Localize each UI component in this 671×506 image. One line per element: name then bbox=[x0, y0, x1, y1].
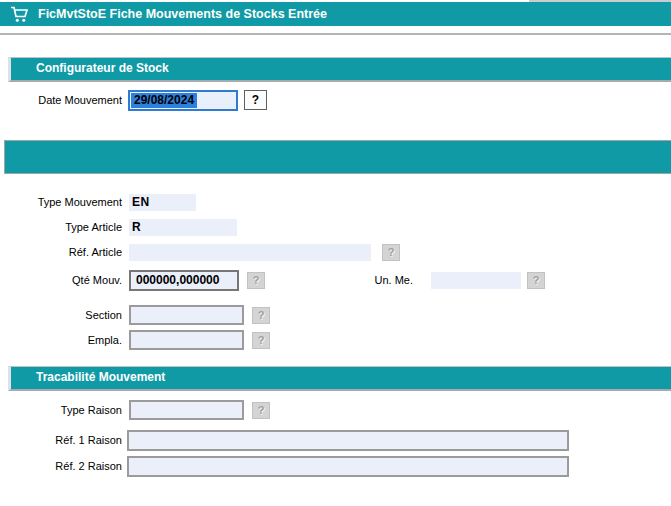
type-mouvement-label: Type Mouvement bbox=[0, 194, 122, 211]
qte-mouv-label: Qté Mouv. bbox=[0, 270, 122, 291]
date-mouvement-help-button[interactable]: ? bbox=[244, 90, 267, 110]
type-mouvement-field[interactable]: EN bbox=[129, 194, 196, 211]
date-mouvement-label: Date Mouvement bbox=[0, 90, 122, 111]
section-field[interactable] bbox=[129, 305, 244, 325]
type-raison-help-button[interactable]: ? bbox=[252, 402, 270, 419]
qte-mouv-help-button[interactable]: ? bbox=[247, 272, 265, 289]
section-header-tracabilite: Tracabilité Mouvement bbox=[8, 366, 671, 391]
section-header-stock-config: Configurateur de Stock bbox=[8, 57, 671, 82]
date-selection: 29/08/2024 bbox=[131, 93, 197, 108]
section-title: Configurateur de Stock bbox=[11, 58, 671, 79]
section-label: Section bbox=[0, 305, 122, 325]
ref2-raison-field[interactable] bbox=[127, 456, 569, 477]
stock-movement-form-window: FicMvtStoE Fiche Mouvements de Stocks En… bbox=[0, 0, 671, 506]
window-title: FicMvtStoE Fiche Mouvements de Stocks En… bbox=[38, 2, 327, 26]
type-article-field[interactable]: R bbox=[129, 219, 237, 236]
empla-help-button[interactable]: ? bbox=[252, 332, 270, 349]
empla-field[interactable] bbox=[129, 330, 244, 350]
ref-article-help-button[interactable]: ? bbox=[382, 244, 400, 261]
title-bar: FicMvtStoE Fiche Mouvements de Stocks En… bbox=[0, 2, 671, 26]
section-help-button[interactable]: ? bbox=[252, 307, 270, 324]
title-divider bbox=[0, 33, 671, 35]
empty-section-band bbox=[4, 140, 671, 174]
un-me-field[interactable] bbox=[431, 272, 521, 289]
ref1-raison-label: Réf. 1 Raison bbox=[0, 430, 122, 451]
ref1-raison-field[interactable] bbox=[127, 430, 569, 451]
un-me-label: Un. Me. bbox=[330, 272, 413, 289]
qte-mouv-field[interactable]: 000000,000000 bbox=[129, 270, 239, 291]
section-title: Tracabilité Mouvement bbox=[11, 367, 671, 388]
ref-article-field[interactable] bbox=[129, 244, 371, 261]
type-article-label: Type Article bbox=[0, 219, 122, 236]
un-me-help-button[interactable]: ? bbox=[527, 272, 545, 289]
type-raison-field[interactable] bbox=[129, 400, 244, 420]
date-mouvement-field[interactable]: 29/08/2024 bbox=[128, 90, 238, 111]
ref-article-label: Réf. Article bbox=[0, 244, 122, 261]
empla-label: Empla. bbox=[0, 330, 122, 350]
ref2-raison-label: Réf. 2 Raison bbox=[0, 456, 122, 477]
cart-icon bbox=[10, 6, 30, 25]
type-raison-label: Type Raison bbox=[0, 400, 122, 420]
